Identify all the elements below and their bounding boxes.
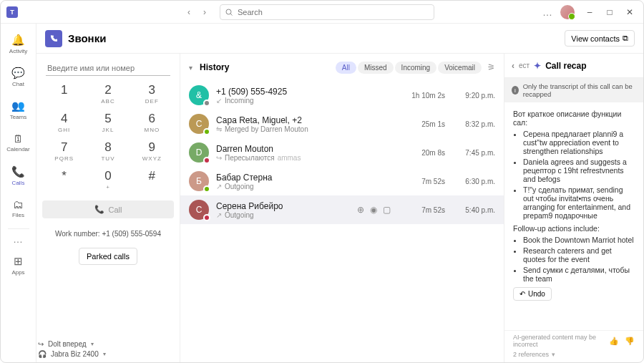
rail-label: Teams: [10, 114, 27, 120]
history-expand-toggle[interactable]: ▾: [189, 64, 192, 72]
recap-banner-text: Only the transcript of this call can be …: [523, 82, 636, 98]
dialpad-num: 6: [149, 112, 155, 126]
call-duration: 1h 10m 2s: [405, 92, 445, 100]
view-contacts-button[interactable]: View contacts ⧉: [565, 30, 635, 47]
rail-more-button[interactable]: …: [13, 233, 24, 245]
outgoing-icon: ↗: [216, 183, 222, 190]
recap-title-prefix: ест: [519, 62, 530, 69]
device-label: Jabra Biz 2400: [51, 350, 99, 358]
history-meta: 7m 52s5:40 p.m.: [402, 206, 495, 214]
dialpad-key-8[interactable]: 8TUV: [86, 140, 130, 162]
recap-followup: Research caterers and get quotes for the…: [523, 246, 635, 263]
dialpad-num: 1: [61, 83, 67, 97]
call-time: 6:30 p.m.: [457, 178, 495, 185]
thumbs-up-button[interactable]: 👍: [609, 337, 619, 346]
window-minimize-button[interactable]: –: [582, 4, 597, 20]
dialpad-key-3[interactable]: 3DEF: [130, 83, 174, 105]
filter-incoming[interactable]: Incoming: [395, 62, 437, 74]
history-subtitle: ↗Outgoing: [216, 183, 395, 190]
avatar: С: [189, 114, 209, 134]
dialpad-key-9[interactable]: 9WXYZ: [130, 140, 174, 162]
phone-icon: 📞: [94, 205, 104, 214]
incoming-icon: ↙: [216, 97, 222, 105]
presence-indicator: [203, 128, 210, 135]
filter-voicemail[interactable]: Voicemail: [438, 62, 482, 74]
merge-icon: ⇋: [216, 125, 222, 133]
filter-missed[interactable]: Missed: [358, 62, 394, 74]
dialpad-key-2[interactable]: 2ABC: [86, 83, 130, 105]
dialpad-key-1[interactable]: 1: [42, 83, 86, 105]
rail-divider: [8, 228, 29, 229]
dialpad-sub: ABC: [101, 98, 114, 105]
search-input[interactable]: [220, 4, 434, 20]
window-close-button[interactable]: ✕: [622, 4, 638, 20]
history-info: Сара Reta, Miguel, +2⇋Merged by Darren M…: [216, 115, 395, 133]
recap-followup: Book the Downtown Marriot hotel: [523, 236, 635, 244]
filter-all[interactable]: All: [336, 62, 356, 74]
filter-icon[interactable]: ⚞: [487, 62, 495, 72]
dialpad-num: 0: [104, 169, 111, 183]
history-row[interactable]: ББабар Стерна↗Outgoing7m 52s6:30 p.m.: [180, 167, 504, 195]
view-contacts-label: View contacts: [571, 34, 620, 43]
call-button[interactable]: 📞 Call: [42, 200, 174, 218]
forwarding-status[interactable]: ↪ Dolt вперед ▾: [38, 340, 106, 348]
dialpad-key-7[interactable]: 7PQRS: [42, 140, 86, 162]
add-contact-icon[interactable]: ⊕: [357, 205, 364, 215]
history-meta: 25m 1s8:32 p.m.: [402, 120, 495, 128]
phone-icon: 📞: [11, 165, 25, 178]
rail-chat[interactable]: 💬Chat: [3, 61, 34, 92]
history-meta: 1h 10m 2s9:20 p.m.: [402, 92, 495, 100]
dialpad-num: *: [62, 169, 67, 183]
dial-input[interactable]: [46, 61, 170, 76]
dialpad-key-4[interactable]: 4GHI: [42, 112, 86, 133]
rail-calendar[interactable]: 🗓Calendar: [3, 127, 34, 158]
work-number-label: Work number: +1 (509) 555-0594: [55, 230, 161, 238]
record-icon[interactable]: ◉: [370, 205, 377, 215]
rail-teams[interactable]: 👥Teams: [3, 94, 34, 125]
recap-references[interactable]: 2 references: [513, 351, 549, 358]
call-duration: 7m 52s: [405, 178, 445, 185]
dialpad-sub: GHI: [58, 127, 70, 133]
device-status[interactable]: 🎧 Jabra Biz 2400 ▾: [38, 350, 106, 358]
history-row[interactable]: ССерена Рибейро↗Outgoing⊕◉▢7m 52s5:40 p.…: [180, 195, 504, 224]
dialpad-num: #: [149, 169, 155, 183]
nav-back-button[interactable]: ‹: [182, 6, 195, 19]
call-time: 8:32 p.m.: [457, 120, 495, 128]
dialpad-key-6[interactable]: 6MNO: [130, 112, 174, 133]
history-title: History: [200, 62, 229, 72]
dialpad-key-0[interactable]: 0+: [86, 169, 130, 190]
rail-label: Calendar: [6, 146, 29, 153]
history-row[interactable]: ССара Reta, Miguel, +2⇋Merged by Darren …: [180, 110, 504, 138]
window-maximize-button[interactable]: □: [602, 4, 618, 20]
history-row[interactable]: &+1 (509) 555-4925↙Incoming1h 10m 2s9:20…: [180, 81, 504, 110]
dialpad-num: 9: [149, 140, 155, 155]
rail-activity[interactable]: 🔔Activity: [3, 28, 34, 59]
rail-files[interactable]: 🗂Files: [3, 193, 34, 224]
more-options-button[interactable]: …: [542, 6, 553, 18]
history-meta: 7m 52s6:30 p.m.: [402, 178, 495, 185]
rail-apps[interactable]: ⊞Apps: [3, 249, 34, 281]
dialpad-num: 7: [61, 140, 67, 155]
recap-undo-button[interactable]: ↶ Undo: [513, 287, 552, 301]
rail-calls[interactable]: 📞Calls: [3, 160, 34, 191]
history-subtitle: ↙Incoming: [216, 97, 395, 105]
dialpad-key-5[interactable]: 5JKL: [86, 112, 130, 133]
profile-avatar[interactable]: [560, 5, 575, 19]
history-title: +1 (509) 555-4925: [216, 87, 395, 97]
recap-undo-label: Undo: [528, 290, 545, 298]
call-button-label: Call: [109, 205, 122, 214]
outgoing-icon: ↗: [216, 211, 222, 219]
call-time: 9:20 p.m.: [457, 92, 495, 100]
undo-icon: ↶: [519, 290, 525, 298]
recap-back-button[interactable]: ‹: [512, 61, 514, 71]
dialpad-key-*[interactable]: *: [42, 169, 86, 190]
dialpad-key-#[interactable]: #: [130, 169, 174, 190]
nav-forward-button[interactable]: ›: [198, 6, 211, 19]
video-icon[interactable]: ▢: [383, 205, 391, 215]
popout-icon: ⧉: [623, 34, 628, 43]
recap-bullet: Серена предлагает planni9 a cust"tw appr…: [523, 130, 635, 155]
thumbs-down-button[interactable]: 👎: [625, 337, 635, 346]
parked-calls-button[interactable]: Parked calls: [79, 248, 137, 265]
history-row[interactable]: DDarren Mouton↪Пересылаются ammas20m 8s7…: [180, 138, 504, 167]
history-info: Бабар Стерна↗Outgoing: [216, 173, 395, 190]
